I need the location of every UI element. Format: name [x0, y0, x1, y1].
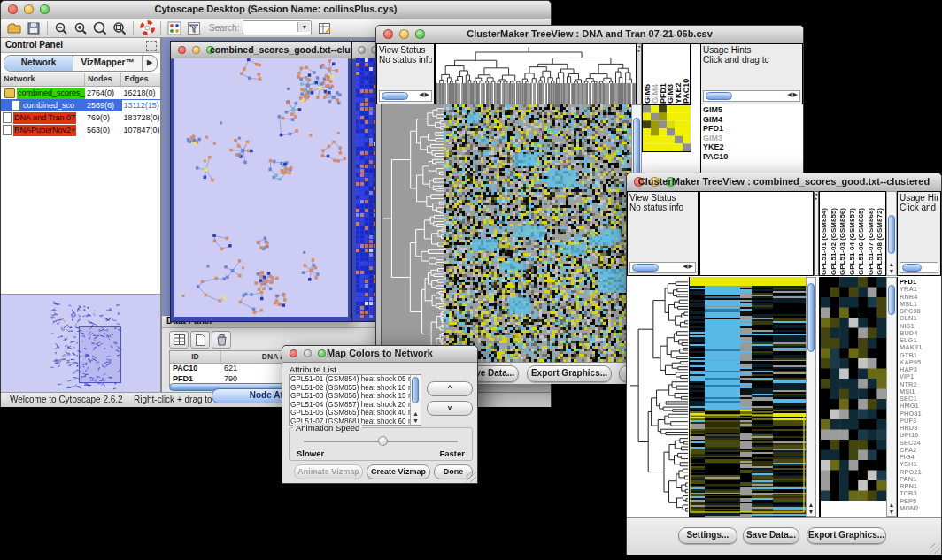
zoom-vscrollbar[interactable]: ▲▼ [886, 277, 897, 517]
open-icon[interactable] [6, 20, 22, 36]
filter-icon[interactable] [186, 20, 202, 36]
column-label[interactable]: YKE2 [674, 44, 682, 104]
edit-table-icon[interactable] [317, 20, 333, 36]
column-label[interactable]: GPL51-04 (GSM857) [848, 192, 858, 275]
gene-label[interactable]: GIM4 [701, 115, 803, 125]
network-row[interactable]: RNAPuberNov2+ 563(0) 107847(0) [1, 124, 160, 136]
control-panel: Control Panel Network VizMapper™ ▶ Netwo… [1, 38, 162, 392]
column-label[interactable]: GIM3 [666, 44, 674, 104]
column-label[interactable]: GPL51-01 (GSM854) [820, 192, 830, 275]
create-vizmap-button[interactable]: Create Vizmap [367, 464, 430, 479]
cluster-submatrix-canvas[interactable] [642, 104, 691, 152]
view-status-scrollbar[interactable]: ◀▶ [629, 262, 696, 273]
zoom-in-icon[interactable] [73, 20, 89, 36]
column-dendrogram-canvas[interactable] [435, 43, 637, 105]
col-network[interactable]: Network [1, 73, 85, 86]
row-dendrogram-canvas[interactable] [382, 104, 444, 362]
dialog-titlebar[interactable]: Map Colors to Network [282, 346, 477, 363]
vizmapper-icon[interactable] [166, 20, 182, 36]
export-graphics-button[interactable]: Export Graphics... [527, 365, 612, 382]
tab-network[interactable]: Network [4, 56, 73, 71]
move-down-button[interactable]: v [427, 401, 473, 416]
status-welcome: Welcome to Cytoscape 2.6.2 [10, 395, 123, 404]
export-graphics-button[interactable]: Export Graphics... [807, 527, 886, 544]
scroll-arrows-icon[interactable]: ▲▼ [887, 261, 896, 275]
network-row[interactable]: combined_scores_ 2764(0) 16218(0) [1, 87, 160, 99]
network-view-titlebar[interactable]: combined_scores_good.txt--cluste... [171, 42, 352, 59]
delete-icon[interactable] [212, 331, 231, 349]
gene-label[interactable]: MON2 [898, 505, 941, 512]
scroll-arrows-icon[interactable]: ▲▼ [411, 410, 421, 425]
column-label[interactable]: GPL51-03 (GSM856) [838, 192, 848, 275]
table-icon[interactable] [169, 331, 189, 349]
expression-heatmap-canvas[interactable] [690, 277, 806, 517]
tab-vizmapper[interactable]: VizMapper™ [73, 56, 143, 71]
float-panel-icon[interactable] [146, 41, 157, 51]
column-label[interactable]: GPL51-07 (GSM868) [867, 192, 876, 275]
search-input[interactable]: ▼ [243, 20, 312, 35]
attribute-item[interactable]: GPL51-04 (GSM857) heat shock 20 min [290, 401, 410, 410]
attribute-item[interactable]: GPL51-06 (GSM865) heat shock 40 min [290, 409, 410, 418]
gene-label[interactable]: PFD1 [701, 124, 803, 134]
scroll-arrows-icon[interactable]: ▲▼ [807, 502, 815, 516]
settings-button[interactable]: Settings... [678, 527, 737, 544]
view-status-message: No status info f [379, 55, 432, 65]
col-nodes[interactable]: Nodes [85, 73, 122, 86]
scroll-arrows-icon[interactable]: ◀▶ [419, 91, 430, 98]
attribute-item[interactable]: GPL51-03 (GSM856) heat shock 15 min [290, 392, 410, 401]
gene-label[interactable]: GIM5 [701, 105, 803, 115]
resize-grip[interactable] [466, 472, 476, 482]
search-dropdown-icon[interactable]: ▼ [297, 22, 310, 32]
column-dendrogram-area[interactable] [699, 191, 814, 276]
attribute-item[interactable]: GPL51-02 (GSM855) heat shock 10 min [290, 384, 410, 393]
column-label[interactable]: GPL51-06 (GSM865) [857, 192, 867, 275]
speed-slider[interactable] [304, 441, 458, 442]
treeview2-titlebar[interactable]: ClusterMaker TreeView : combined_scores_… [627, 173, 941, 192]
col-id[interactable]: ID [170, 351, 221, 363]
list-vscrollbar[interactable]: ▲▼ [410, 375, 421, 425]
tab-overflow-icon[interactable]: ▶ [143, 56, 157, 71]
row-dendrogram-canvas[interactable] [627, 277, 690, 517]
slider-thumb[interactable] [378, 436, 388, 446]
save-icon[interactable] [26, 20, 42, 36]
column-label[interactable]: PAC10 [682, 44, 690, 104]
minimize-button[interactable] [192, 46, 200, 54]
col-edges[interactable]: Edges [121, 73, 160, 86]
close-button[interactable] [358, 46, 366, 54]
gene-label[interactable]: PAC10 [701, 152, 803, 162]
column-label[interactable]: GIM5 [643, 44, 651, 104]
heatmap-vscrollbar[interactable]: ▲▼ [806, 277, 816, 517]
gene-label[interactable]: YKE2 [701, 142, 803, 152]
help-lifering-icon[interactable] [139, 20, 155, 36]
new-attribute-icon[interactable] [190, 331, 210, 349]
resize-grip[interactable] [930, 543, 940, 554]
main-titlebar[interactable]: Cytoscape Desktop (Session Name: collins… [1, 1, 551, 19]
column-label[interactable]: GIM4 [651, 44, 659, 104]
zoom-fit-icon[interactable] [112, 20, 127, 36]
gene-label[interactable]: GIM3 [701, 134, 803, 143]
network-row[interactable]: combined_sco 2569(6) 13112(15) [1, 99, 160, 111]
treeview1-titlebar[interactable]: ClusterMaker TreeView : DNA and Tran 07-… [376, 26, 803, 44]
move-up-button[interactable]: ^ [427, 381, 473, 396]
close-button[interactable] [178, 46, 186, 54]
usage-hints-scrollbar[interactable]: ◀▶ [703, 90, 800, 102]
attribute-listbox[interactable]: GPL51-01 (GSM854) heat shock 05 minGPL51… [289, 374, 421, 426]
animate-vizmap-button[interactable]: Animate Vizmap [294, 464, 363, 479]
network-graph-canvas[interactable] [174, 58, 348, 317]
network-row[interactable]: DNA and Tran 07 769(0) 183728(0) [1, 111, 160, 124]
zoom-selected-icon[interactable] [92, 20, 108, 36]
view-status-scrollbar[interactable]: ◀▶ [379, 90, 432, 102]
column-label[interactable]: GPL51-08 (GSM872) [876, 192, 885, 275]
scroll-arrows-icon[interactable]: ◀▶ [683, 263, 694, 270]
save-data-button[interactable]: Save Data... [743, 527, 799, 544]
scroll-arrows-icon[interactable]: ▲▼ [887, 502, 896, 516]
usage-hints-scrollbar[interactable] [900, 262, 938, 273]
zoomed-heatmap-canvas[interactable] [821, 277, 886, 501]
attribute-item[interactable]: GPL51-01 (GSM854) heat shock 05 min [290, 375, 410, 384]
scroll-arrows-icon[interactable]: ◀▶ [787, 91, 799, 98]
labels-vscrollbar[interactable]: ▲▼ [886, 191, 897, 276]
similarity-heatmap-canvas[interactable] [444, 104, 631, 362]
zoom-out-icon[interactable] [53, 20, 69, 36]
birdseye-view[interactable] [1, 294, 160, 392]
column-label[interactable]: GPL51-02 (GSM855) [830, 192, 839, 275]
